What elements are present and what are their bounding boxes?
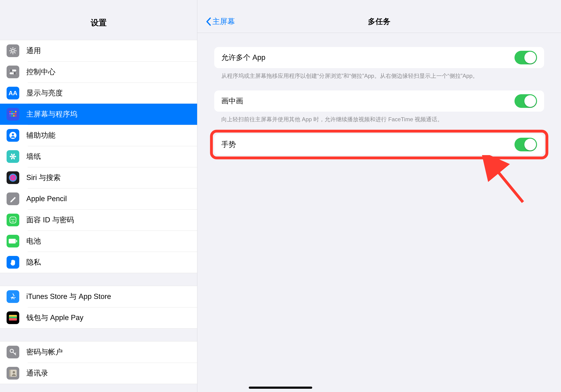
sidebar-item-privacy[interactable]: 隐私 bbox=[0, 252, 197, 273]
sidebar-item-label: 钱包与 Apple Pay bbox=[26, 313, 83, 323]
home-dock-icon bbox=[7, 108, 19, 120]
setting-row-multi-app: 允许多个 App bbox=[214, 47, 544, 68]
svg-point-13 bbox=[10, 69, 12, 72]
sidebar-item-general[interactable]: 通用 bbox=[0, 40, 197, 61]
wallet-icon bbox=[7, 311, 19, 324]
sidebar-item-faceid[interactable]: 面容 ID 与密码 bbox=[0, 209, 197, 230]
battery-icon bbox=[7, 235, 19, 248]
toggle-gestures[interactable] bbox=[515, 138, 537, 151]
passwords-icon bbox=[7, 346, 19, 358]
svg-rect-42 bbox=[9, 239, 16, 243]
toggle-pip[interactable] bbox=[515, 94, 537, 108]
svg-rect-21 bbox=[11, 113, 13, 114]
svg-rect-19 bbox=[15, 111, 16, 112]
sidebar-item-label: 辅助功能 bbox=[26, 131, 55, 140]
svg-rect-46 bbox=[9, 318, 17, 321]
svg-line-11 bbox=[14, 48, 15, 49]
faceid-icon bbox=[7, 214, 19, 226]
svg-rect-23 bbox=[15, 113, 16, 114]
svg-rect-17 bbox=[11, 111, 13, 112]
itunes-icon bbox=[7, 290, 19, 303]
sidebar-item-label: Siri 与搜索 bbox=[26, 173, 61, 183]
settings-title: 设置 bbox=[0, 17, 197, 28]
sidebar-item-label: 面容 ID 与密码 bbox=[26, 215, 74, 225]
svg-line-51 bbox=[490, 162, 523, 202]
sidebar-item-siri[interactable]: Siri 与搜索 bbox=[0, 167, 197, 188]
sidebar-item-label: 墙纸 bbox=[26, 152, 41, 162]
svg-point-40 bbox=[14, 219, 15, 220]
sidebar-item-passwords[interactable]: 密码与帐户 bbox=[0, 341, 197, 363]
svg-rect-16 bbox=[9, 111, 11, 112]
chevron-left-icon bbox=[206, 17, 211, 26]
general-icon bbox=[7, 44, 19, 57]
setting-label: 手势 bbox=[221, 140, 236, 150]
svg-point-15 bbox=[14, 72, 16, 75]
sidebar-item-control-center[interactable]: 控制中心 bbox=[0, 61, 197, 83]
svg-point-31 bbox=[14, 156, 16, 157]
contacts-icon bbox=[7, 367, 19, 380]
svg-rect-26 bbox=[13, 115, 15, 117]
setting-row-gestures: 手势 bbox=[214, 134, 544, 155]
toggle-multi-app[interactable] bbox=[515, 51, 537, 64]
svg-point-29 bbox=[12, 133, 14, 136]
svg-point-30 bbox=[12, 156, 14, 157]
display-icon: AA bbox=[7, 87, 19, 99]
sidebar-item-battery[interactable]: 电池 bbox=[0, 230, 197, 252]
setting-footer: 向上轻扫前往主屏幕并使用其他 App 时，允许继续播放视频和进行 FaceTim… bbox=[214, 112, 544, 134]
sidebar-item-wallpaper[interactable]: 墙纸 bbox=[0, 146, 197, 167]
svg-rect-25 bbox=[11, 115, 13, 117]
setting-row-pip: 画中画 bbox=[214, 90, 544, 112]
sidebar-item-label: 主屏幕与程序坞 bbox=[26, 109, 77, 119]
svg-rect-20 bbox=[9, 113, 11, 114]
back-button[interactable]: 主屏幕 bbox=[206, 16, 235, 27]
svg-rect-18 bbox=[13, 111, 15, 112]
svg-point-39 bbox=[11, 219, 12, 220]
back-label: 主屏幕 bbox=[212, 16, 235, 27]
sidebar-item-label: 通讯录 bbox=[26, 368, 48, 378]
svg-rect-27 bbox=[15, 115, 16, 117]
svg-line-9 bbox=[10, 48, 11, 49]
svg-line-7 bbox=[10, 52, 11, 53]
control-center-icon bbox=[7, 65, 19, 78]
sidebar-item-label: Apple Pencil bbox=[26, 195, 67, 203]
setting-footer: 从程序坞或主屏幕拖移应用程序以创建“分屏浏览”和“侧拉”App。从右侧边缘轻扫显… bbox=[214, 68, 544, 90]
setting-label: 允许多个 App bbox=[221, 53, 265, 63]
sidebar-item-wallet[interactable]: 钱包与 Apple Pay bbox=[0, 307, 197, 328]
siri-icon bbox=[7, 171, 19, 184]
privacy-icon bbox=[7, 256, 19, 269]
accessibility-icon bbox=[7, 129, 19, 142]
sidebar-item-label: 隐私 bbox=[26, 257, 41, 267]
svg-line-5 bbox=[14, 52, 15, 53]
wallpaper-icon bbox=[7, 150, 19, 163]
sidebar-item-label: 密码与帐户 bbox=[26, 347, 63, 357]
sidebar-item-label: iTunes Store 与 App Store bbox=[26, 292, 111, 302]
sidebar-item-itunes[interactable]: iTunes Store 与 App Store bbox=[0, 286, 197, 307]
sidebar-item-label: 控制中心 bbox=[26, 67, 55, 77]
svg-point-3 bbox=[11, 49, 14, 52]
sidebar-item-pencil[interactable]: Apple Pencil bbox=[0, 188, 197, 209]
setting-label: 画中画 bbox=[221, 96, 243, 106]
sidebar-item-home-dock[interactable]: 主屏幕与程序坞 bbox=[0, 104, 197, 125]
svg-rect-22 bbox=[13, 113, 15, 114]
svg-point-50 bbox=[13, 371, 15, 373]
sidebar-item-label: 电池 bbox=[26, 236, 41, 246]
sidebar-item-accessibility[interactable]: 辅助功能 bbox=[0, 125, 197, 146]
home-indicator bbox=[249, 387, 312, 389]
svg-point-37 bbox=[9, 174, 17, 182]
svg-rect-49 bbox=[9, 370, 11, 377]
sidebar-item-contacts[interactable]: 通讯录 bbox=[0, 363, 197, 384]
detail-header: 主屏幕 多任务 bbox=[197, 10, 561, 33]
svg-rect-24 bbox=[9, 115, 11, 117]
sidebar-item-label: 显示与亮度 bbox=[26, 88, 63, 98]
settings-sidebar: 设置 通用控制中心AA显示与亮度主屏幕与程序坞辅助功能墙纸Siri 与搜索App… bbox=[0, 0, 197, 392]
svg-rect-43 bbox=[16, 240, 17, 242]
sidebar-item-display[interactable]: AA显示与亮度 bbox=[0, 83, 197, 104]
sidebar-item-label: 通用 bbox=[26, 46, 41, 56]
detail-title: 多任务 bbox=[197, 16, 561, 27]
pencil-icon bbox=[7, 193, 19, 205]
svg-point-34 bbox=[10, 156, 12, 157]
detail-pane: 主屏幕 多任务 允许多个 App从程序坞或主屏幕拖移应用程序以创建“分屏浏览”和… bbox=[197, 0, 561, 392]
